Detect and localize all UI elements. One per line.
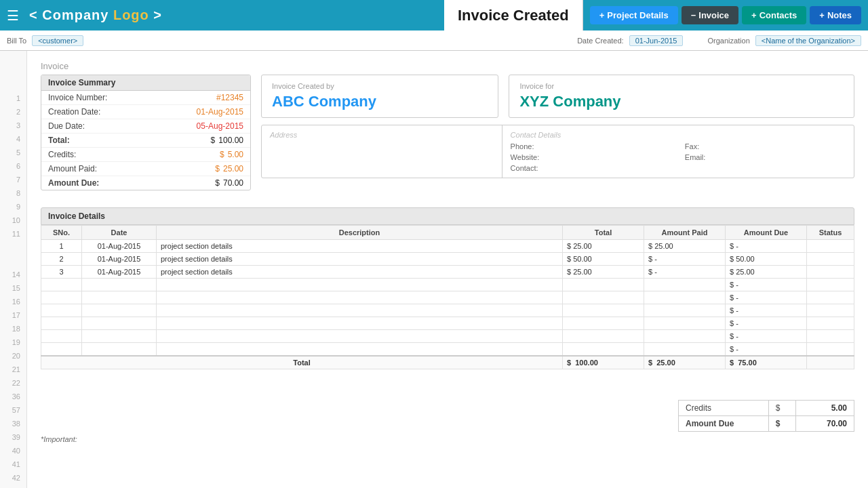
- subheader: Bill To <customer> Date Created: 01-Jun-…: [0, 30, 868, 51]
- invoice-button[interactable]: − Invoice: [682, 6, 738, 24]
- plus-icon-3: +: [819, 10, 825, 20]
- spacer-rows: [41, 376, 854, 396]
- bill-to-label: Bill To: [7, 37, 26, 45]
- invoice-summary: Invoice Summary Invoice Number: #12345 C…: [41, 75, 251, 190]
- total-row: Total $ 100.00 $ 25.00 $ 75.00: [41, 356, 854, 369]
- header: ☰ < Company Logo > Invoice Created + Pro…: [0, 0, 868, 30]
- plus-icon: +: [599, 10, 605, 20]
- empty-row: $ -: [41, 291, 854, 304]
- footer-summary: Credits $ 5.00 Amount Due $ 70.00: [41, 400, 854, 432]
- invoice-label: Invoice: [41, 61, 854, 71]
- table-row: 1 01-Aug-2015 project section details $ …: [41, 240, 854, 253]
- summary-row-credits: Credits: $ 5.00: [41, 148, 250, 162]
- fax-label: Fax:: [685, 142, 706, 150]
- summary-row-invoice-number: Invoice Number: #12345: [41, 91, 250, 105]
- footer-amount-due-row: Amount Due $ 70.00: [679, 416, 854, 432]
- col-amount-due: Amount Due: [726, 226, 807, 240]
- fax-value: [711, 142, 846, 150]
- summary-row-total: Total: $ 100.00: [41, 134, 250, 148]
- phone-value: [545, 142, 679, 150]
- contacts-button[interactable]: + Contacts: [742, 6, 806, 24]
- col-date: Date: [82, 226, 157, 240]
- col-sno: SNo.: [41, 226, 82, 240]
- contact-grid: Phone: Fax: Website: Email: Contact:: [511, 142, 846, 172]
- email-value: [711, 153, 846, 161]
- footer-credits-row: Credits $ 5.00: [679, 401, 854, 416]
- empty-row: $ -: [41, 304, 854, 317]
- col-amount-paid: Amount Paid: [644, 226, 726, 240]
- col-description: Description: [157, 226, 563, 240]
- table-row: 2 01-Aug-2015 project section details $ …: [41, 253, 854, 266]
- contact-panel: Contact Details Phone: Fax: Website: Ema…: [502, 125, 854, 178]
- table-row: 3 01-Aug-2015 project section details $ …: [41, 266, 854, 279]
- empty-row: $ -: [41, 279, 854, 291]
- menu-icon[interactable]: ☰: [7, 7, 19, 24]
- invoice-details-header: Invoice Details: [41, 207, 854, 225]
- plus-icon-2: +: [751, 10, 757, 20]
- page-title: Invoice Created: [444, 0, 583, 30]
- website-value: [545, 153, 679, 161]
- invoice-details-section: Invoice Details SNo. Date Description To…: [41, 207, 854, 369]
- contact-value: [545, 164, 679, 172]
- row-numbers: 1 2 3 4 5 6 7 8 9 10 11 14 15 16 17 18 1…: [0, 51, 27, 488]
- footer-table: Credits $ 5.00 Amount Due $ 70.00: [678, 400, 854, 432]
- project-details-button[interactable]: + Project Details: [590, 6, 678, 24]
- invoice-details-table: SNo. Date Description Total Amount Paid …: [41, 225, 854, 369]
- website-label: Website:: [511, 153, 540, 161]
- empty-row: $ -: [41, 317, 854, 330]
- header-buttons: + Project Details − Invoice + Contacts +…: [583, 6, 861, 24]
- address-contact-panel: Address Contact Details Phone: Fax: Webs…: [261, 125, 854, 178]
- phone-label: Phone:: [511, 142, 540, 150]
- content-area: Invoice Invoice Summary Invoice Number: …: [27, 51, 868, 488]
- summary-row-amount-paid: Amount Paid: $ 25.00: [41, 162, 250, 176]
- customer-value[interactable]: <customer>: [32, 35, 83, 46]
- date-created-label: Date Created:: [577, 37, 623, 45]
- organization-label: Organization: [707, 37, 749, 45]
- panel-created-by: Invoice Created by ABC Company: [261, 75, 498, 118]
- summary-row-creation-date: Creation Date: 01-Aug-2015: [41, 105, 250, 119]
- col-status: Status: [807, 226, 854, 240]
- logo-highlight: Logo: [113, 7, 149, 22]
- address-panel: Address: [262, 125, 502, 178]
- date-created-value[interactable]: 01-Jun-2015: [629, 35, 684, 46]
- notes-button[interactable]: + Notes: [810, 6, 861, 24]
- col-total: Total: [563, 226, 644, 240]
- important-note: *Important:: [41, 435, 854, 443]
- panel-invoice-for: Invoice for XYZ Company: [509, 75, 854, 118]
- invoice-summary-title: Invoice Summary: [41, 75, 250, 91]
- empty-row: $ -: [41, 343, 854, 357]
- email-label: Email:: [685, 153, 706, 161]
- minus-icon: −: [691, 10, 696, 20]
- main-content: 1 2 3 4 5 6 7 8 9 10 11 14 15 16 17 18 1…: [0, 51, 868, 488]
- summary-row-amount-due: Amount Due: $ 70.00: [41, 176, 250, 190]
- table-header-row: SNo. Date Description Total Amount Paid …: [41, 226, 854, 240]
- organization-value[interactable]: <Name of the Organization>: [755, 35, 861, 46]
- company-logo: < Company Logo >: [29, 7, 444, 23]
- contact-label: Contact:: [511, 164, 540, 172]
- empty-row: $ -: [41, 330, 854, 343]
- summary-row-due-date: Due Date: 05-Aug-2015: [41, 119, 250, 134]
